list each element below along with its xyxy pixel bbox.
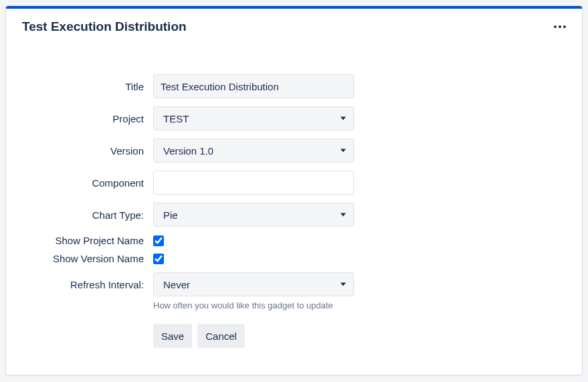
project-select[interactable]: TEST (153, 106, 354, 130)
project-select-value: TEST (163, 113, 189, 124)
card-title: Test Execution Distribution (22, 19, 187, 34)
row-refresh-interval: Refresh Interval: Never (22, 272, 566, 296)
component-label: Component (22, 177, 153, 189)
project-label: Project (22, 113, 153, 124)
show-project-name-checkbox[interactable] (153, 235, 164, 246)
show-version-name-label: Show Version Name (22, 253, 153, 264)
save-button[interactable]: Save (153, 324, 192, 348)
version-select[interactable]: Version 1.0 (153, 138, 354, 163)
title-label: Title (22, 81, 153, 92)
show-project-name-label: Show Project Name (22, 235, 153, 246)
title-input[interactable] (153, 74, 354, 98)
gadget-config-card: Test Execution Distribution Title Projec… (5, 5, 583, 375)
chart-type-select[interactable]: Pie (153, 203, 354, 227)
row-version: Version Version 1.0 (22, 138, 566, 163)
refresh-interval-select[interactable]: Never (153, 272, 354, 296)
refresh-help-row: How often you would like this gadget to … (22, 300, 566, 310)
version-select-value: Version 1.0 (163, 145, 213, 157)
row-component: Component (22, 171, 566, 195)
cancel-button[interactable]: Cancel (197, 324, 245, 348)
card-header: Test Execution Distribution (6, 9, 582, 34)
component-input[interactable] (153, 171, 354, 195)
button-row: Save Cancel (153, 324, 566, 348)
row-show-version-name: Show Version Name (22, 253, 566, 264)
row-project: Project TEST (22, 106, 566, 130)
row-show-project-name: Show Project Name (22, 235, 566, 246)
refresh-help-text: How often you would like this gadget to … (153, 300, 333, 310)
config-form: Title Project TEST Version Version 1.0 (6, 34, 582, 375)
show-version-name-checkbox[interactable] (153, 254, 164, 264)
row-chart-type: Chart Type: Pie (22, 203, 566, 227)
row-title: Title (22, 74, 566, 98)
chart-type-label: Chart Type: (22, 209, 153, 221)
more-options-icon[interactable] (551, 23, 569, 31)
refresh-interval-label: Refresh Interval: (22, 279, 153, 290)
refresh-interval-value: Never (163, 279, 190, 290)
chart-type-select-value: Pie (163, 209, 178, 221)
version-label: Version (22, 145, 153, 157)
